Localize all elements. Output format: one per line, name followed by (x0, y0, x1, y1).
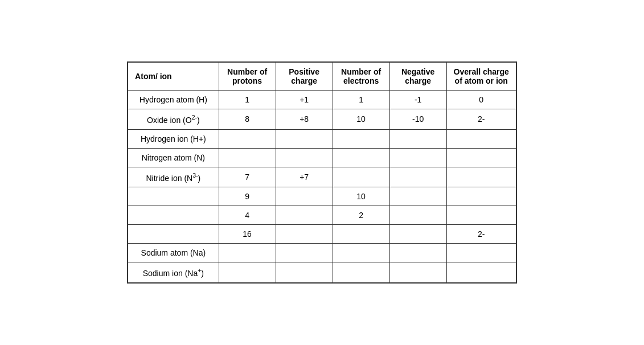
cell-negative-charge (389, 206, 446, 225)
cell-positive-charge (276, 262, 333, 283)
cell-protons: 9 (219, 187, 276, 206)
cell-protons: 7 (219, 167, 276, 187)
cell-protons (219, 244, 276, 262)
cell-atom-ion: Hydrogen ion (H+) (128, 129, 219, 148)
table-row: 162- (128, 225, 516, 244)
cell-positive-charge (276, 148, 333, 167)
cell-protons: 16 (219, 225, 276, 244)
cell-electrons (333, 262, 389, 283)
chemistry-table: Atom/ ion Number ofprotons Positivecharg… (127, 61, 517, 284)
table-row: 42 (128, 206, 516, 225)
cell-overall-charge (446, 187, 516, 206)
cell-protons (219, 148, 276, 167)
col-header-negative-charge: Negativecharge (389, 62, 446, 91)
cell-electrons (333, 225, 389, 244)
col-header-overall-charge: Overall chargeof atom or ion (446, 62, 516, 91)
col-header-protons: Number ofprotons (219, 62, 276, 91)
col-header-positive-charge: Positivecharge (276, 62, 333, 91)
cell-negative-charge (389, 244, 446, 262)
cell-overall-charge: 2- (446, 225, 516, 244)
cell-electrons (333, 148, 389, 167)
table-body: Hydrogen atom (H)1+11-10Oxide ion (O2-)8… (128, 91, 516, 283)
cell-atom-ion: Hydrogen atom (H) (128, 91, 219, 109)
cell-negative-charge (389, 187, 446, 206)
cell-electrons: 2 (333, 206, 389, 225)
cell-atom-ion: Nitride ion (N3-) (128, 167, 219, 187)
table-row: 910 (128, 187, 516, 206)
cell-electrons: 10 (333, 187, 389, 206)
col-header-atom-ion: Atom/ ion (128, 62, 219, 91)
cell-negative-charge: -1 (389, 91, 446, 109)
cell-positive-charge (276, 206, 333, 225)
table-container: Atom/ ion Number ofprotons Positivecharg… (116, 50, 528, 295)
cell-electrons: 10 (333, 109, 389, 130)
cell-electrons: 1 (333, 91, 389, 109)
cell-atom-ion: Sodium atom (Na) (128, 244, 219, 262)
cell-protons: 1 (219, 91, 276, 109)
cell-atom-ion (128, 225, 219, 244)
cell-negative-charge (389, 167, 446, 187)
cell-overall-charge: 0 (446, 91, 516, 109)
table-row: Nitride ion (N3-)7+7 (128, 167, 516, 187)
cell-atom-ion: Oxide ion (O2-) (128, 109, 219, 130)
header-row: Atom/ ion Number ofprotons Positivecharg… (128, 62, 516, 91)
cell-atom-ion: Sodium ion (Na+) (128, 262, 219, 283)
table-row: Sodium ion (Na+) (128, 262, 516, 283)
cell-positive-charge: +1 (276, 91, 333, 109)
cell-protons (219, 129, 276, 148)
table-row: Hydrogen ion (H+) (128, 129, 516, 148)
col-header-electrons: Number ofelectrons (333, 62, 389, 91)
cell-positive-charge (276, 187, 333, 206)
cell-positive-charge: +7 (276, 167, 333, 187)
cell-protons (219, 262, 276, 283)
cell-protons: 8 (219, 109, 276, 130)
cell-negative-charge (389, 262, 446, 283)
cell-positive-charge (276, 244, 333, 262)
cell-atom-ion (128, 187, 219, 206)
cell-overall-charge: 2- (446, 109, 516, 130)
cell-electrons (333, 167, 389, 187)
cell-positive-charge (276, 225, 333, 244)
cell-negative-charge (389, 148, 446, 167)
table-row: Hydrogen atom (H)1+11-10 (128, 91, 516, 109)
cell-electrons (333, 244, 389, 262)
cell-overall-charge (446, 206, 516, 225)
cell-overall-charge (446, 129, 516, 148)
cell-negative-charge: -10 (389, 109, 446, 130)
table-row: Sodium atom (Na) (128, 244, 516, 262)
cell-overall-charge (446, 148, 516, 167)
cell-atom-ion (128, 206, 219, 225)
cell-negative-charge (389, 225, 446, 244)
cell-positive-charge: +8 (276, 109, 333, 130)
table-row: Nitrogen atom (N) (128, 148, 516, 167)
cell-protons: 4 (219, 206, 276, 225)
cell-atom-ion: Nitrogen atom (N) (128, 148, 219, 167)
cell-overall-charge (446, 262, 516, 283)
table-row: Oxide ion (O2-)8+810-102- (128, 109, 516, 130)
cell-positive-charge (276, 129, 333, 148)
cell-overall-charge (446, 244, 516, 262)
cell-electrons (333, 129, 389, 148)
cell-overall-charge (446, 167, 516, 187)
cell-negative-charge (389, 129, 446, 148)
